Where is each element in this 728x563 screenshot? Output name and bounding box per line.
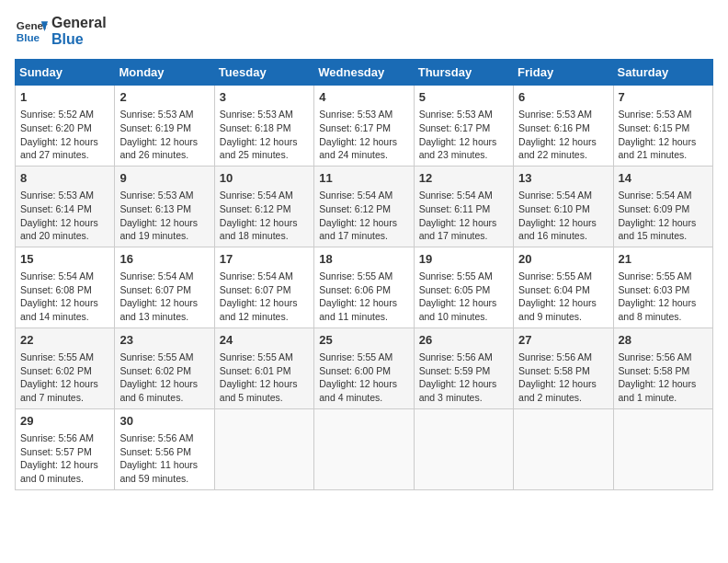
day-number: 22: [20, 332, 109, 349]
sunset-label: Sunset: 6:20 PM: [20, 122, 92, 133]
day-number: 15: [20, 251, 109, 268]
calendar-cell: 19 Sunrise: 5:55 AM Sunset: 6:05 PM Dayl…: [414, 247, 513, 327]
daylight-label: Daylight: 12 hours and 22 minutes.: [518, 136, 597, 161]
sunrise-label: Sunrise: 5:53 AM: [119, 190, 193, 201]
calendar-cell: 2 Sunrise: 5:53 AM Sunset: 6:19 PM Dayli…: [115, 86, 214, 167]
calendar-cell: 25 Sunrise: 5:55 AM Sunset: 6:00 PM Dayl…: [314, 327, 414, 408]
sunrise-label: Sunrise: 5:55 AM: [619, 270, 692, 282]
day-number: 27: [518, 332, 608, 349]
daylight-label: Daylight: 12 hours and 0 minutes.: [20, 459, 98, 484]
day-number: 9: [119, 170, 209, 187]
sunrise-label: Sunrise: 5:54 AM: [20, 270, 94, 282]
day-number: 20: [518, 251, 608, 268]
sunrise-label: Sunrise: 5:55 AM: [20, 351, 94, 362]
sunset-label: Sunset: 6:07 PM: [119, 284, 191, 295]
calendar-cell: 3 Sunrise: 5:53 AM Sunset: 6:18 PM Dayli…: [214, 86, 313, 167]
calendar-cell: 17 Sunrise: 5:54 AM Sunset: 6:07 PM Dayl…: [214, 247, 313, 327]
sunrise-label: Sunrise: 5:53 AM: [220, 109, 293, 120]
sunrise-label: Sunrise: 5:53 AM: [518, 109, 592, 120]
daylight-label: Daylight: 12 hours and 15 minutes.: [619, 217, 697, 242]
sunset-label: Sunset: 5:59 PM: [419, 365, 491, 376]
sunset-label: Sunset: 6:17 PM: [419, 122, 491, 133]
day-number: 29: [20, 413, 109, 430]
daylight-label: Daylight: 12 hours and 4 minutes.: [319, 378, 397, 403]
col-header-sunday: Sunday: [16, 60, 115, 86]
day-number: 2: [119, 89, 209, 106]
sunrise-label: Sunrise: 5:56 AM: [119, 432, 193, 443]
sunset-label: Sunset: 5:58 PM: [518, 365, 590, 376]
col-header-friday: Friday: [514, 60, 613, 86]
calendar-cell: 23 Sunrise: 5:55 AM Sunset: 6:02 PM Dayl…: [115, 327, 214, 408]
day-number: 3: [220, 89, 309, 106]
calendar-cell: 15 Sunrise: 5:54 AM Sunset: 6:08 PM Dayl…: [16, 247, 115, 327]
sunrise-label: Sunrise: 5:54 AM: [619, 190, 692, 201]
col-header-monday: Monday: [115, 60, 214, 86]
daylight-label: Daylight: 12 hours and 14 minutes.: [20, 297, 98, 322]
sunrise-label: Sunrise: 5:54 AM: [419, 190, 493, 201]
sunrise-label: Sunrise: 5:53 AM: [419, 109, 493, 120]
calendar-cell: 5 Sunrise: 5:53 AM Sunset: 6:17 PM Dayli…: [414, 86, 513, 167]
sunset-label: Sunset: 6:18 PM: [220, 122, 291, 133]
daylight-label: Daylight: 12 hours and 9 minutes.: [518, 297, 597, 322]
calendar-cell: 10 Sunrise: 5:54 AM Sunset: 6:12 PM Dayl…: [214, 166, 313, 247]
calendar-cell: 29 Sunrise: 5:56 AM Sunset: 5:57 PM Dayl…: [16, 408, 115, 489]
sunset-label: Sunset: 6:03 PM: [619, 284, 690, 295]
sunset-label: Sunset: 6:04 PM: [518, 284, 590, 295]
col-header-wednesday: Wednesday: [314, 60, 414, 86]
daylight-label: Daylight: 12 hours and 18 minutes.: [220, 217, 298, 242]
calendar-cell: 20 Sunrise: 5:55 AM Sunset: 6:04 PM Dayl…: [514, 247, 613, 327]
day-number: 16: [119, 251, 209, 268]
day-number: 7: [619, 89, 708, 106]
calendar-cell: 26 Sunrise: 5:56 AM Sunset: 5:59 PM Dayl…: [414, 327, 513, 408]
day-number: 26: [419, 332, 508, 349]
sunset-label: Sunset: 5:56 PM: [119, 446, 191, 457]
calendar-cell: 14 Sunrise: 5:54 AM Sunset: 6:09 PM Dayl…: [613, 166, 712, 247]
calendar-cell: 22 Sunrise: 5:55 AM Sunset: 6:02 PM Dayl…: [16, 327, 115, 408]
day-number: 25: [319, 332, 408, 349]
day-number: 17: [220, 251, 309, 268]
sunrise-label: Sunrise: 5:55 AM: [319, 351, 392, 362]
logo: General Blue General Blue: [15, 15, 107, 48]
day-number: 8: [20, 170, 109, 187]
sunset-label: Sunset: 6:08 PM: [20, 284, 92, 295]
sunrise-label: Sunrise: 5:53 AM: [20, 190, 94, 201]
sunrise-label: Sunrise: 5:56 AM: [619, 351, 692, 362]
col-header-saturday: Saturday: [613, 60, 712, 86]
logo-icon: General Blue: [15, 15, 48, 48]
day-number: 4: [319, 89, 408, 106]
sunrise-label: Sunrise: 5:55 AM: [518, 270, 592, 282]
daylight-label: Daylight: 12 hours and 27 minutes.: [20, 136, 98, 161]
sunset-label: Sunset: 5:57 PM: [20, 446, 92, 457]
calendar-cell: 1 Sunrise: 5:52 AM Sunset: 6:20 PM Dayli…: [16, 86, 115, 167]
sunrise-label: Sunrise: 5:54 AM: [319, 190, 392, 201]
day-number: 6: [518, 89, 608, 106]
daylight-label: Daylight: 12 hours and 16 minutes.: [518, 217, 597, 242]
logo-blue: Blue: [51, 31, 107, 48]
col-header-tuesday: Tuesday: [214, 60, 313, 86]
sunrise-label: Sunrise: 5:53 AM: [619, 109, 692, 120]
day-number: 11: [319, 170, 408, 187]
daylight-label: Daylight: 12 hours and 20 minutes.: [20, 217, 98, 242]
calendar-cell: [613, 408, 712, 489]
sunrise-label: Sunrise: 5:54 AM: [518, 190, 592, 201]
sunset-label: Sunset: 6:10 PM: [518, 203, 590, 214]
sunrise-label: Sunrise: 5:56 AM: [20, 432, 94, 443]
sunrise-label: Sunrise: 5:55 AM: [119, 351, 193, 362]
sunrise-label: Sunrise: 5:52 AM: [20, 109, 94, 120]
daylight-label: Daylight: 12 hours and 23 minutes.: [419, 136, 497, 161]
calendar-cell: [214, 408, 313, 489]
sunrise-label: Sunrise: 5:53 AM: [119, 109, 193, 120]
sunset-label: Sunset: 6:13 PM: [119, 203, 191, 214]
calendar-cell: 28 Sunrise: 5:56 AM Sunset: 5:58 PM Dayl…: [613, 327, 712, 408]
sunrise-label: Sunrise: 5:55 AM: [220, 351, 293, 362]
sunrise-label: Sunrise: 5:56 AM: [518, 351, 592, 362]
sunset-label: Sunset: 6:06 PM: [319, 284, 391, 295]
daylight-label: Daylight: 12 hours and 6 minutes.: [119, 378, 198, 403]
calendar-cell: 16 Sunrise: 5:54 AM Sunset: 6:07 PM Dayl…: [115, 247, 214, 327]
calendar-cell: 13 Sunrise: 5:54 AM Sunset: 6:10 PM Dayl…: [514, 166, 613, 247]
calendar-cell: 6 Sunrise: 5:53 AM Sunset: 6:16 PM Dayli…: [514, 86, 613, 167]
calendar-cell: 9 Sunrise: 5:53 AM Sunset: 6:13 PM Dayli…: [115, 166, 214, 247]
calendar-cell: 4 Sunrise: 5:53 AM Sunset: 6:17 PM Dayli…: [314, 86, 414, 167]
daylight-label: Daylight: 12 hours and 17 minutes.: [419, 217, 497, 242]
daylight-label: Daylight: 12 hours and 12 minutes.: [220, 297, 298, 322]
